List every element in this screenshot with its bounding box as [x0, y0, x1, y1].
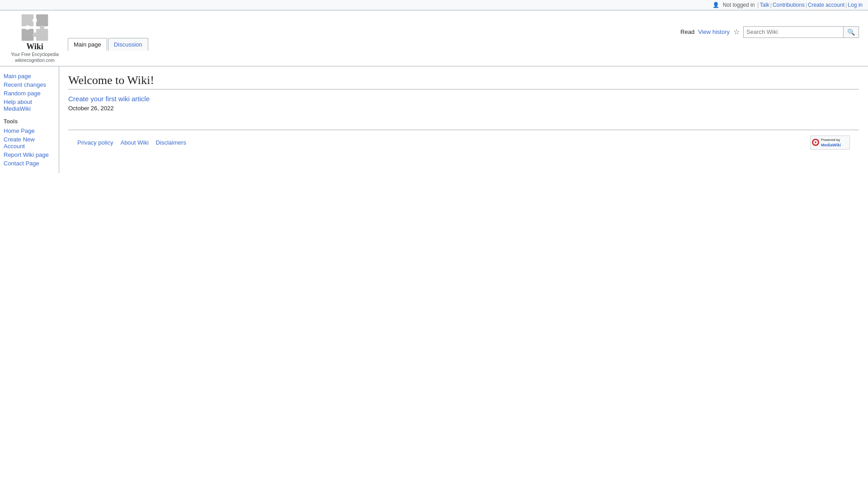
page-title: Welcome to Wiki! — [68, 74, 859, 89]
login-link[interactable]: Log in — [848, 2, 863, 8]
sidebar-item-random-page[interactable]: Random page — [4, 89, 55, 98]
search-button[interactable]: 🔍 — [843, 27, 859, 38]
watchlist-star-icon[interactable]: ☆ — [733, 28, 740, 36]
talk-link[interactable]: Talk — [760, 2, 769, 8]
right-actions: Read View history ☆ 🔍 — [680, 26, 863, 38]
sidebar-item-help-mediawiki[interactable]: Help about MediaWiki — [4, 98, 55, 113]
user-icon: 👤 — [712, 2, 719, 8]
svg-rect-1 — [36, 14, 48, 27]
svg-point-5 — [25, 25, 30, 30]
view-history-tab[interactable]: View history — [698, 28, 730, 35]
about-wiki-link[interactable]: About Wiki — [120, 139, 148, 146]
disclaimers-link[interactable]: Disclaimers — [156, 139, 186, 146]
sidebar-item-home-page[interactable]: Home Page — [4, 127, 55, 135]
sidebar: Main page Recent changes Random page Hel… — [0, 66, 59, 173]
contributions-link[interactable]: Contributions — [773, 2, 805, 8]
powered-by-mediawiki: Powered by MediaWiki — [810, 136, 850, 150]
page-tabs: Main page Discussion — [68, 38, 863, 51]
footer-links: Privacy policy About Wiki Disclaimers — [77, 139, 186, 146]
create-account-link[interactable]: Create account — [808, 2, 844, 8]
mediawiki-logo-icon: Powered by MediaWiki — [810, 136, 850, 150]
read-tab[interactable]: Read — [680, 28, 694, 35]
svg-rect-0 — [21, 14, 34, 27]
svg-rect-2 — [21, 28, 34, 41]
search-input[interactable] — [744, 27, 843, 37]
svg-point-6 — [40, 25, 44, 30]
sidebar-item-recent-changes[interactable]: Recent changes — [4, 80, 55, 89]
sidebar-item-main-page[interactable]: Main page — [4, 72, 55, 80]
svg-point-7 — [33, 33, 37, 37]
article-date: October 26, 2022 — [68, 105, 113, 112]
footer: Privacy policy About Wiki Disclaimers Po… — [68, 130, 859, 155]
svg-point-11 — [815, 141, 816, 143]
tab-discussion[interactable]: Discussion — [108, 38, 148, 51]
content-wrapper: Main page Recent changes Random page Hel… — [0, 66, 868, 173]
search-form: 🔍 — [743, 26, 859, 38]
page-tabs-area: Read View history ☆ 🔍 Main page Discussi… — [64, 26, 863, 51]
svg-point-4 — [33, 18, 37, 23]
top-bar: 👤 Not logged in | Talk | Contributions |… — [0, 0, 868, 10]
site-logo[interactable]: Wiki Your Free Encyclopedia wikirecognit… — [5, 13, 64, 63]
site-subtitle: Your Free Encyclopedia wikirecognition.c… — [11, 52, 59, 63]
header: Wiki Your Free Encyclopedia wikirecognit… — [0, 10, 868, 66]
svg-rect-3 — [36, 28, 48, 41]
article-link[interactable]: Create your first wiki article — [68, 95, 859, 103]
tab-main-page[interactable]: Main page — [68, 38, 107, 51]
svg-text:Powered by: Powered by — [821, 138, 840, 142]
privacy-policy-link[interactable]: Privacy policy — [77, 139, 113, 146]
sidebar-item-contact-page[interactable]: Contact Page — [4, 159, 55, 168]
site-title: Wiki — [26, 42, 43, 52]
sidebar-item-report-wiki[interactable]: Report Wiki page — [4, 150, 55, 159]
tools-section-title: Tools — [4, 118, 55, 125]
sidebar-item-create-new-account[interactable]: Create New Account — [4, 135, 55, 150]
main-content: Welcome to Wiki! Create your first wiki … — [59, 66, 868, 173]
svg-text:MediaWiki: MediaWiki — [821, 143, 841, 147]
logo-puzzle-image — [20, 13, 49, 42]
not-logged-in-text: Not logged in — [723, 2, 755, 8]
